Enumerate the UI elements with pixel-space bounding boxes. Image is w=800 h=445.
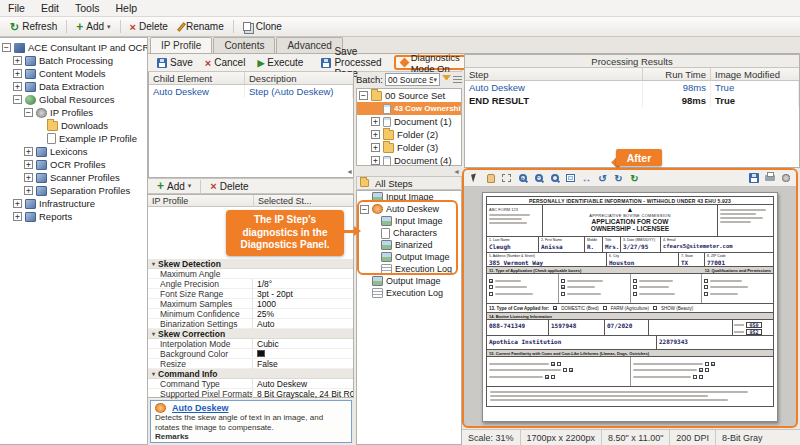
expander-icon[interactable]: + xyxy=(24,186,33,195)
zoom-in-button[interactable]: + xyxy=(515,171,530,185)
column-header[interactable]: Image Modified xyxy=(711,68,799,81)
nav-item-content-models[interactable]: +Content Models xyxy=(0,67,147,80)
nav-item-example-ip-profile[interactable]: Example IP Profile xyxy=(0,132,147,145)
help-title-link[interactable]: Auto Deskew xyxy=(172,403,229,413)
category-row[interactable]: ▾Skew Correction xyxy=(148,329,353,339)
column-header[interactable]: IP Profile xyxy=(148,195,254,207)
expander-icon[interactable]: − xyxy=(359,91,368,100)
viewer-settings-button[interactable] xyxy=(778,171,793,185)
table-row[interactable]: END RESULT 98ms True xyxy=(465,94,799,107)
property-row[interactable]: Font Size Range3pt - 20pt xyxy=(148,289,353,299)
nav-item-global-resources[interactable]: −Global Resources xyxy=(0,93,147,106)
refresh-view-button[interactable]: ↻ xyxy=(627,171,642,185)
expander-icon[interactable]: + xyxy=(24,147,33,156)
nav-item-infrastructure[interactable]: +Infrastructure xyxy=(0,197,147,210)
pointer-tool-button[interactable] xyxy=(467,171,482,185)
expander-icon[interactable]: + xyxy=(13,82,22,91)
menu-file[interactable]: File xyxy=(0,0,33,16)
expander-icon[interactable]: − xyxy=(13,95,22,104)
expander-icon[interactable]: + xyxy=(371,143,380,152)
menu-tools[interactable]: Tools xyxy=(67,0,108,16)
expander-icon[interactable]: + xyxy=(371,117,380,126)
nav-item-separation-profiles[interactable]: +Separation Profiles xyxy=(0,184,147,197)
zoom-out-button[interactable]: − xyxy=(531,171,546,185)
rotate-right-button[interactable]: ↻ xyxy=(611,171,626,185)
nav-item-lexicons[interactable]: +Lexicons xyxy=(0,145,147,158)
pan-tool-button[interactable] xyxy=(483,171,498,185)
execute-button[interactable]: ▶Execute xyxy=(251,56,309,69)
expander-icon[interactable]: − xyxy=(2,43,11,52)
fit-width-button[interactable]: ↔ xyxy=(579,171,594,185)
document-page[interactable]: PERSONALLY IDENTIFIABLE INFORMATION - WI… xyxy=(482,192,778,422)
nav-item-data-extraction[interactable]: +Data Extraction xyxy=(0,80,147,93)
batch-combobox[interactable]: 00 Source Set▾ xyxy=(385,73,440,86)
expander-icon[interactable]: + xyxy=(371,130,380,139)
rename-button[interactable]: Rename xyxy=(174,20,230,33)
expander-icon[interactable]: + xyxy=(13,69,22,78)
refresh-button[interactable]: ↻Refresh xyxy=(4,20,63,33)
expander-icon[interactable]: + xyxy=(24,160,33,169)
clone-button[interactable]: Clone xyxy=(237,20,288,33)
menu-help[interactable]: Help xyxy=(108,0,146,16)
expander-icon[interactable]: + xyxy=(13,56,22,65)
table-row[interactable]: Auto Deskew 98ms True xyxy=(465,81,799,94)
property-row[interactable]: ResizeFalse xyxy=(148,359,353,369)
add-button[interactable]: +Add▾ xyxy=(70,20,116,33)
splitter-collapse-button[interactable]: ◄ xyxy=(453,168,460,176)
rotate-left-button[interactable]: ↺ xyxy=(595,171,610,185)
save-image-button[interactable] xyxy=(746,171,761,185)
column-header[interactable]: Description xyxy=(245,72,353,85)
save-button[interactable]: Save xyxy=(151,56,199,69)
property-row[interactable]: Background Color xyxy=(148,349,353,359)
cancel-button[interactable]: ×Cancel xyxy=(199,56,252,69)
expander-icon[interactable]: − xyxy=(24,108,33,117)
batch-item-folder-2[interactable]: +Folder (2) xyxy=(357,128,461,141)
batch-item-source-set[interactable]: −00 Source Set xyxy=(357,89,461,102)
tab-ip-profile[interactable]: IP Profile xyxy=(150,37,212,53)
step-item-output-image[interactable]: Output Image xyxy=(357,275,461,287)
nav-item-ip-profiles[interactable]: −IP Profiles xyxy=(0,106,147,119)
select-region-button[interactable] xyxy=(499,171,514,185)
nav-item-scanner-profiles[interactable]: +Scanner Profiles xyxy=(0,171,147,184)
property-row[interactable]: Command TypeAuto Deskew xyxy=(148,379,353,389)
property-row[interactable]: Minimum Confidence25% xyxy=(148,309,353,319)
print-button[interactable] xyxy=(762,171,777,185)
batch-item-document-1[interactable]: +Document (1) xyxy=(357,115,461,128)
batch-item-folder-3[interactable]: +Folder (3) xyxy=(357,141,461,154)
nav-item-batch-processing[interactable]: +Batch Processing xyxy=(0,54,147,67)
nav-item-downloads[interactable]: Downloads xyxy=(0,119,147,132)
table-row[interactable]: Auto Deskew Step (Auto Deskew) xyxy=(149,85,353,98)
expander-icon[interactable]: + xyxy=(371,156,380,165)
category-row[interactable]: ▾Skew Detection xyxy=(148,259,353,269)
column-header[interactable]: Step xyxy=(465,68,643,81)
property-row[interactable]: Binarization SettingsAuto xyxy=(148,319,353,329)
expander-icon[interactable]: + xyxy=(13,212,22,221)
property-row[interactable]: Maximum Angle xyxy=(148,269,353,279)
menu-edit[interactable]: Edit xyxy=(33,0,67,16)
step-item-execution-log[interactable]: Execution Log xyxy=(357,287,461,299)
color-swatch[interactable] xyxy=(257,350,265,357)
property-row[interactable]: Interpolation ModeCubic xyxy=(148,339,353,349)
column-header[interactable]: Child Element xyxy=(149,72,245,85)
property-row[interactable]: Maximum Samples1000 xyxy=(148,299,353,309)
category-row[interactable]: ▾Command Info xyxy=(148,369,353,379)
add-step-button[interactable]: +Add▾ xyxy=(151,180,197,193)
filter-button[interactable] xyxy=(442,75,451,84)
zoom-selection-button[interactable] xyxy=(547,171,562,185)
column-header[interactable]: Run Time xyxy=(643,68,711,81)
diagnostics-mode-button[interactable]: Diagnostics Mode On xyxy=(394,55,467,70)
delete-button[interactable]: ×Delete xyxy=(124,20,174,33)
batch-item-selected-page[interactable]: 43 Cow Ownership License xyxy=(357,102,461,115)
nav-item-ocr-profiles[interactable]: +OCR Profiles xyxy=(0,158,147,171)
view-menu-button[interactable] xyxy=(453,76,462,84)
column-header[interactable]: Selected St... xyxy=(254,195,353,207)
fit-page-button[interactable] xyxy=(563,171,578,185)
delete-step-button[interactable]: ×Delete xyxy=(204,180,254,193)
splitter-collapse-button[interactable]: ◄ xyxy=(346,168,353,176)
nav-item-ace-consultant[interactable]: −ACE Consultant IP and OCR xyxy=(0,41,147,54)
nav-item-reports[interactable]: +Reports xyxy=(0,210,147,223)
batch-item-document-4[interactable]: +Document (4) xyxy=(357,154,461,167)
tab-contents[interactable]: Contents xyxy=(213,37,275,53)
property-row[interactable]: Angle Precision1/8° xyxy=(148,279,353,289)
property-row[interactable]: Supported Pixel Formats8 Bit Grayscale, … xyxy=(148,389,353,399)
